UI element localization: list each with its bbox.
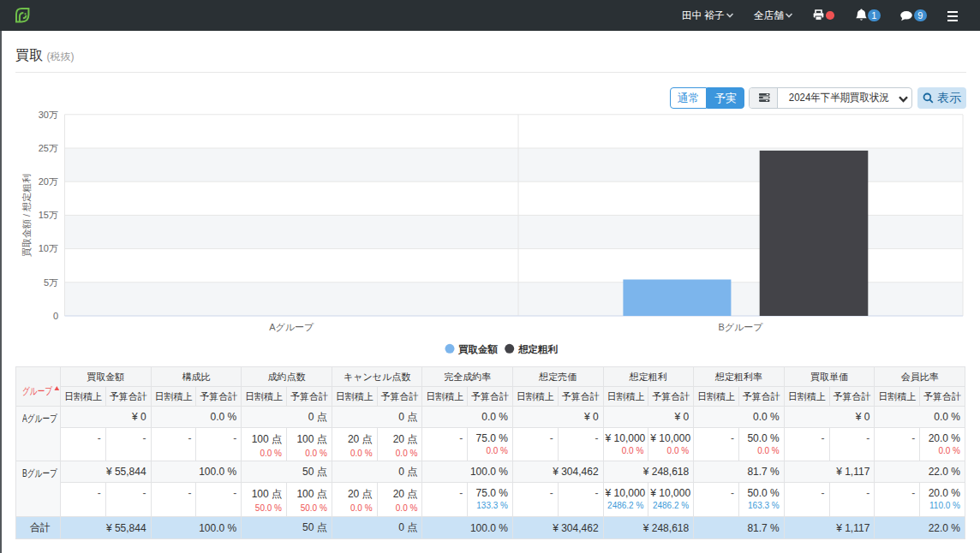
svg-text:買取金額: 買取金額 bbox=[457, 344, 499, 355]
svg-text:30万: 30万 bbox=[39, 110, 58, 120]
svg-text:15万: 15万 bbox=[39, 210, 58, 220]
svg-text:Bグループ: Bグループ bbox=[718, 322, 763, 332]
svg-text:0: 0 bbox=[53, 311, 58, 321]
svg-text:25万: 25万 bbox=[39, 143, 58, 153]
svg-text:5万: 5万 bbox=[44, 277, 58, 288]
svg-text:20万: 20万 bbox=[39, 176, 58, 187]
svg-text:買取金額 / 想定粗利: 買取金額 / 想定粗利 bbox=[21, 174, 32, 257]
svg-text:想定粗利: 想定粗利 bbox=[517, 344, 559, 354]
svg-text:10万: 10万 bbox=[39, 243, 58, 253]
svg-text:Aグループ: Aグループ bbox=[269, 322, 314, 332]
